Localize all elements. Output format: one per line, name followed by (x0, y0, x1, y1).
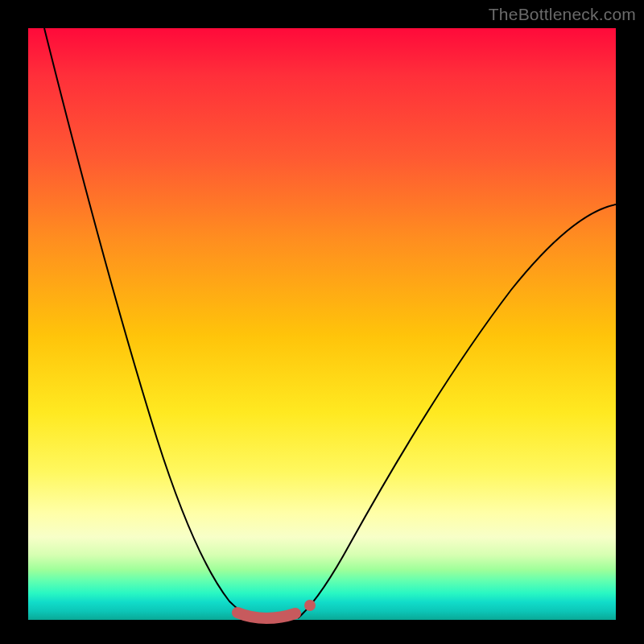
chart-frame: TheBottleneck.com (0, 0, 644, 644)
floor-segment (237, 613, 295, 618)
plot-area (28, 28, 616, 620)
chart-svg (28, 28, 616, 620)
floor-dot (304, 600, 316, 611)
watermark-label: TheBottleneck.com (489, 5, 636, 24)
right-curve (298, 204, 616, 618)
left-curve (44, 28, 252, 618)
